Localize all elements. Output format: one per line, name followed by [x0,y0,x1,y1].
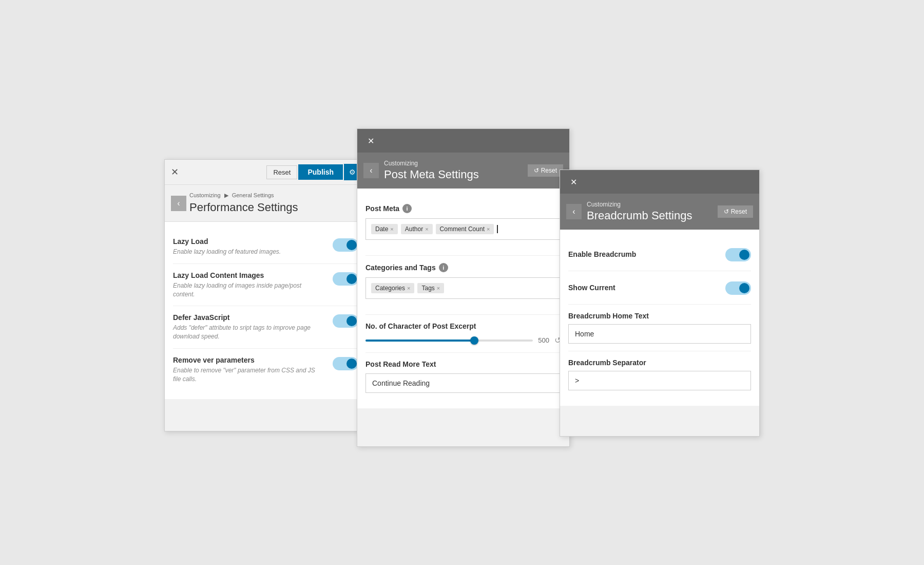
tag-cursor [497,225,498,233]
panel2-top-bar: ✕ [357,129,569,153]
back-icon-2: ‹ [370,166,372,175]
panel3-back-button[interactable]: ‹ [566,204,582,219]
categories-tags-title: Categories and Tags i [365,263,561,272]
setting-remove-ver-label: Remove ver parameters [173,356,317,364]
categories-tags-info-icon[interactable]: i [439,263,448,272]
tag-date: Date × [371,224,398,234]
excerpt-title: No. of Character of Post Excerpt [365,322,561,330]
panel-performance-settings: ✕ Reset Publish ⚙ ‹ Customizing ▶ Genera… [164,159,367,431]
panel2-close-button[interactable]: ✕ [363,134,378,148]
panel1-top-bar: ✕ Reset Publish ⚙ [165,160,367,185]
excerpt-slider-value: 500 [538,336,549,344]
panel1-title: Performance Settings [189,201,358,214]
post-meta-info-icon[interactable]: i [402,204,412,213]
tag-comment-count-label: Comment Count [440,225,485,233]
setting-lazy-load-label: Lazy Load [173,237,281,246]
back-icon-3: ‹ [572,207,575,216]
setting-remove-ver-toggle[interactable] [333,357,358,370]
tag-categories-label: Categories [375,285,405,292]
tag-date-label: Date [375,225,388,233]
categories-tags-input[interactable]: Categories × Tags × [365,277,561,299]
panel2-content: Post Meta i Date × Author × Comment Coun… [357,189,569,408]
breadcrumb-show-current-label: Show Current [568,284,615,292]
read-more-title: Post Read More Text [365,360,561,368]
back-icon: ‹ [177,199,180,208]
excerpt-section: No. of Character of Post Excerpt 500 ↺ [365,315,561,353]
setting-remove-ver-desc: Enable to remove "ver" parameter from CS… [173,366,317,384]
breadcrumb-enable-toggle[interactable] [725,248,751,261]
breadcrumb-home-text-block: Breadcrumb Home Text [568,305,751,351]
panel1-publish-button[interactable]: Publish [298,164,343,180]
breadcrumb-enable-setting: Enable Breadcrumb [568,238,751,271]
close-icon: ✕ [368,136,374,146]
setting-lazy-load-desc: Enable lazy loading of featured images. [173,248,281,256]
tag-author: Author × [401,224,433,234]
breadcrumb-home-text-label: Breadcrumb Home Text [568,312,751,320]
tag-comment-count: Comment Count × [436,224,494,234]
panel1-close-button[interactable]: ✕ [171,166,179,178]
panel3-close-button[interactable]: ✕ [566,175,581,189]
tag-categories-remove[interactable]: × [407,285,410,291]
panel1-back-button[interactable]: ‹ [171,196,186,211]
read-more-section: Post Read More Text [365,353,561,400]
breadcrumb: Customizing ▶ General Settings [189,192,358,199]
panel3-top-bar: ✕ [560,170,759,194]
breadcrumb-separator-label: Breadcrumb Separator [568,359,751,367]
setting-remove-ver: Remove ver parameters Enable to remove "… [173,349,358,391]
breadcrumb-show-current-toggle[interactable] [725,281,751,295]
tag-tags-remove[interactable]: × [437,285,440,291]
setting-defer-js-desc: Adds "defer" attribute to sript tags to … [173,324,317,341]
tag-author-label: Author [405,225,423,233]
excerpt-slider-container: 500 ↺ [365,335,561,345]
panel-breadcrumb-settings: ✕ ‹ Customizing Breadcrumb Settings ↺ Re… [560,170,760,437]
post-meta-tag-input[interactable]: Date × Author × Comment Count × [365,218,561,240]
gear-icon: ⚙ [349,168,356,176]
breadcrumb-child: General Settings [232,192,274,198]
setting-lazy-load-content-label: Lazy Load Content Images [173,271,317,279]
panel2-reset-button[interactable]: ↺ Reset [528,164,563,177]
setting-defer-js: Defer JavaScript Adds "defer" attribute … [173,306,358,349]
excerpt-slider-thumb[interactable] [470,336,478,345]
setting-lazy-load-toggle[interactable] [333,238,358,252]
setting-defer-js-toggle[interactable] [333,314,358,328]
categories-tags-section: Categories and Tags i Categories × Tags … [365,256,561,315]
tag-author-remove[interactable]: × [425,226,428,232]
panel1-reset-button[interactable]: Reset [266,165,297,179]
close-icon-3: ✕ [570,177,577,187]
setting-lazy-load: Lazy Load Enable lazy loading of feature… [173,230,358,264]
setting-lazy-load-content-desc: Enable lazy loading of images inside pag… [173,281,317,299]
breadcrumb-home-text-input[interactable] [568,324,751,344]
read-more-input[interactable] [365,373,561,393]
tag-tags: Tags × [417,283,444,293]
tag-categories: Categories × [371,283,414,293]
post-meta-section: Post Meta i Date × Author × Comment Coun… [365,197,561,256]
post-meta-title: Post Meta i [365,204,561,213]
panel3-sub-header: ‹ Customizing Breadcrumb Settings ↺ Rese… [560,194,759,230]
panel3-content: Enable Breadcrumb Show Current Bre [560,230,759,406]
panel2-back-button[interactable]: ‹ [363,163,379,178]
breadcrumb-parent: Customizing [189,192,221,198]
tag-tags-label: Tags [421,285,434,292]
setting-defer-js-label: Defer JavaScript [173,313,317,322]
breadcrumb-arrow: ▶ [224,192,228,198]
panel1-content: Lazy Load Enable lazy loading of feature… [165,222,367,399]
panel2-sub-header: ‹ Customizing Post Meta Settings ↺ Reset [357,153,569,189]
breadcrumb-separator-block: Breadcrumb Separator [568,351,751,398]
excerpt-slider-track[interactable] [365,340,533,342]
panel3-reset-button[interactable]: ↺ Reset [718,205,753,218]
panel-post-meta-settings: ✕ ‹ Customizing Post Meta Settings ↺ Res… [357,128,570,447]
tag-comment-count-remove[interactable]: × [487,226,490,232]
breadcrumb-show-current-setting: Show Current [568,271,751,305]
excerpt-slider-fill [365,340,474,342]
setting-lazy-load-content-toggle[interactable] [333,272,358,286]
panel1-sub-header: ‹ Customizing ▶ General Settings Perform… [165,185,367,222]
breadcrumb-enable-label: Enable Breadcrumb [568,250,636,258]
tag-date-remove[interactable]: × [390,226,393,232]
breadcrumb-separator-input[interactable] [568,371,751,390]
setting-lazy-load-content: Lazy Load Content Images Enable lazy loa… [173,264,358,307]
